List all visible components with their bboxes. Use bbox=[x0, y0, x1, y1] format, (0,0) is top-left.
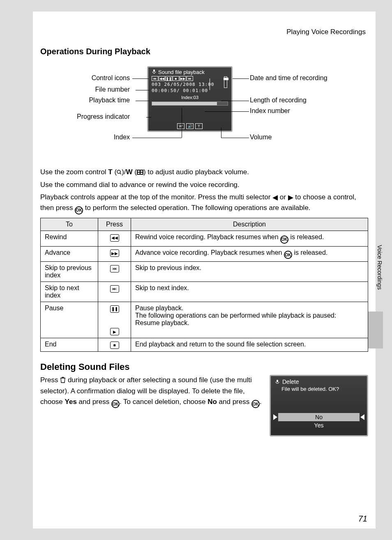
play-btn-icon: ▶ bbox=[110, 328, 119, 335]
bottom-icons: W 🔊 T bbox=[148, 123, 231, 129]
para-controls: Playback controls appear at the top of t… bbox=[40, 192, 368, 215]
anno-index-number: Index number bbox=[250, 107, 290, 115]
delete-option-no: No bbox=[278, 413, 360, 421]
table-row: Pause ❚❚ ▶ Pause playback. The following… bbox=[41, 302, 368, 338]
skip-prev-icon: ⏮ bbox=[152, 76, 158, 81]
w-icon: W bbox=[177, 123, 184, 129]
operations-table: To Press Description Rewind ◀◀ Rewind vo… bbox=[40, 218, 368, 352]
lcd-screen: Sound file playback ⏮ ◀◀ ❚❚ ■ ▶▶ ⏭ 003 2… bbox=[147, 66, 233, 132]
anno-length: Length of recording bbox=[250, 97, 307, 104]
right-arrow-icon: ▶ bbox=[288, 193, 293, 203]
skip-next-btn-icon: ⏭ bbox=[110, 285, 119, 293]
ok-icon: OK bbox=[251, 400, 260, 408]
deleting-paragraph: Press during playback or after selecting… bbox=[40, 375, 264, 408]
svg-rect-5 bbox=[138, 171, 140, 172]
th-to: To bbox=[41, 218, 98, 231]
index-line: Index:03 bbox=[152, 95, 228, 100]
file-info-line: 003 26/05/2008 13:00 bbox=[152, 82, 228, 87]
table-row: Skip to previous index ⏮ Skip to previou… bbox=[41, 262, 368, 282]
left-arrow-icon: ◀ bbox=[272, 193, 278, 203]
trash-icon bbox=[60, 376, 66, 386]
anno-playback-time: Playback time bbox=[89, 97, 130, 104]
ok-icon: OK bbox=[75, 206, 83, 215]
svg-rect-4 bbox=[137, 170, 143, 175]
th-desc: Description bbox=[131, 218, 368, 231]
anno-index: Index bbox=[114, 134, 130, 141]
speaker-icon: 🔊 bbox=[186, 123, 194, 129]
manual-page: Playing Voice Recordings Operations Duri… bbox=[33, 12, 376, 528]
lcd-title: Sound file playback bbox=[158, 69, 205, 75]
t-icon: T bbox=[195, 123, 203, 129]
page-number: 71 bbox=[358, 514, 367, 524]
th-press: Press bbox=[98, 218, 131, 231]
advance-btn-icon: ▶▶ bbox=[110, 249, 119, 257]
rewind-btn-icon: ◀◀ bbox=[110, 234, 119, 242]
stop-btn-icon: ■ bbox=[110, 342, 119, 349]
table-row: Rewind ◀◀ Rewind voice recording. Playba… bbox=[41, 231, 368, 247]
delete-dialog-lcd: Delete File will be deleted. OK? No Yes bbox=[270, 375, 368, 436]
zoom-t: T bbox=[108, 168, 112, 176]
mic-icon bbox=[275, 379, 280, 384]
section-title-deleting: Deleting Sound Files bbox=[40, 362, 368, 372]
table-row: Skip to next index ⏭ Skip to next index. bbox=[41, 282, 368, 302]
svg-rect-7 bbox=[138, 173, 140, 174]
thumbnail-icon bbox=[137, 170, 143, 175]
playback-diagram: Sound file playback ⏮ ◀◀ ❚❚ ■ ▶▶ ⏭ 003 2… bbox=[40, 62, 368, 163]
section-title-operations: Operations During Playback bbox=[40, 47, 368, 56]
svg-line-3 bbox=[120, 173, 121, 174]
progress-bar bbox=[152, 102, 228, 106]
svg-rect-9 bbox=[277, 380, 278, 382]
anno-control-icons: Control icons bbox=[92, 74, 130, 82]
table-row: End ■ End playback and return to the sou… bbox=[41, 338, 368, 352]
mic-icon bbox=[152, 69, 157, 75]
delete-message: File will be deleted. OK? bbox=[271, 385, 367, 392]
svg-point-2 bbox=[117, 170, 120, 173]
delete-option-yes: Yes bbox=[271, 421, 367, 429]
anno-date-time: Date and time of recording bbox=[250, 74, 327, 82]
magnify-icon bbox=[117, 170, 122, 175]
anno-file-number: File number bbox=[95, 86, 130, 93]
anno-progress: Progress indicator bbox=[77, 113, 130, 120]
para-dial: Use the command dial to advance or rewin… bbox=[40, 180, 368, 190]
advance-icon: ▶▶ bbox=[180, 76, 186, 81]
control-icons-row: ⏮ ◀◀ ❚❚ ■ ▶▶ ⏭ bbox=[152, 76, 228, 81]
zoom-w: W bbox=[126, 168, 133, 176]
ok-icon: OK bbox=[280, 235, 288, 244]
side-tab: Voice Recordings bbox=[368, 242, 383, 348]
page-header: Playing Voice Recordings bbox=[40, 28, 368, 36]
anno-volume: Volume bbox=[250, 134, 272, 141]
rewind-icon: ◀◀ bbox=[159, 76, 165, 81]
ok-icon: OK bbox=[284, 251, 292, 259]
time-info-line: 00:00:50/ 00:01:00 bbox=[152, 88, 228, 93]
para-zoom: Use the zoom control T ()/W () to adjust… bbox=[40, 167, 368, 178]
stop-icon: ■ bbox=[173, 76, 179, 81]
svg-rect-6 bbox=[141, 171, 143, 172]
skip-next-icon: ⏭ bbox=[187, 76, 193, 81]
ok-icon: OK bbox=[111, 400, 120, 408]
svg-rect-0 bbox=[153, 69, 155, 72]
table-row: Advance ▶▶ Advance voice recording. Play… bbox=[41, 246, 368, 262]
skip-prev-btn-icon: ⏮ bbox=[110, 265, 119, 272]
side-tab-label: Voice Recordings bbox=[368, 242, 383, 312]
pause-icon: ❚❚ bbox=[166, 76, 172, 81]
svg-rect-8 bbox=[141, 173, 143, 174]
deleting-section: Press during playback or after selecting… bbox=[40, 375, 368, 436]
volume-slider bbox=[224, 76, 227, 88]
pause-btn-icon: ❚❚ bbox=[110, 305, 119, 313]
delete-title: Delete bbox=[282, 378, 299, 385]
